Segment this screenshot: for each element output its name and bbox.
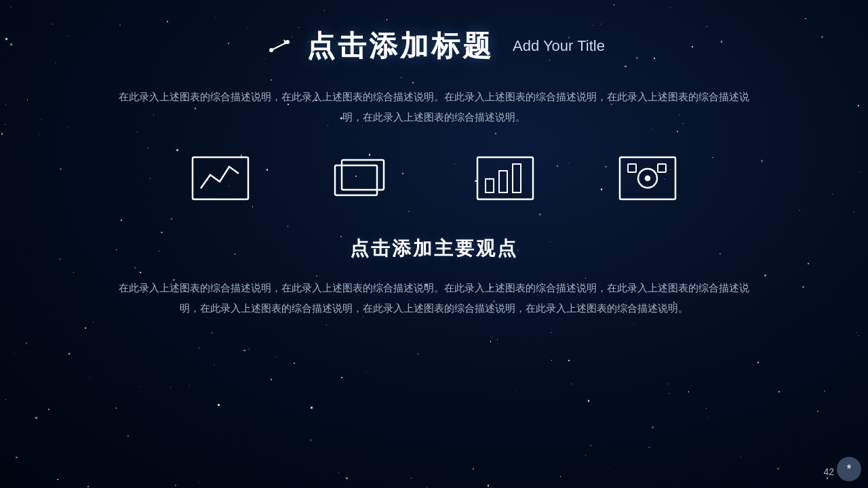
corner-button[interactable]: * (837, 457, 861, 481)
header-section: 点击添加标题 Add Your Title (263, 27, 605, 65)
svg-rect-15 (658, 164, 666, 172)
page-number: 42 (823, 466, 834, 477)
svg-rect-14 (628, 164, 636, 172)
svg-rect-4 (193, 157, 248, 199)
description-2: 在此录入上述图表的综合描述说明，在此录入上述图表的综合描述说明。在此录入上述图表… (115, 278, 753, 319)
bar-chart-icon[interactable] (475, 155, 536, 202)
svg-rect-10 (513, 164, 521, 192)
main-content: 点击添加标题 Add Your Title 在此录入上述图表的综合描述说明，在此… (0, 0, 868, 488)
chart-line-icon[interactable] (190, 155, 251, 202)
icons-row (190, 155, 678, 202)
svg-rect-8 (486, 179, 494, 192)
subtitle-en: Add Your Title (513, 37, 605, 55)
header-icon (263, 30, 296, 62)
dashboard-icon[interactable] (617, 155, 678, 202)
svg-rect-9 (499, 171, 507, 192)
main-title: 点击添加标题 (307, 27, 494, 65)
svg-point-13 (646, 176, 650, 180)
slides-icon[interactable] (332, 155, 393, 202)
secondary-title: 点击添加主要观点 (350, 236, 518, 262)
description-1: 在此录入上述图表的综合描述说明，在此录入上述图表的综合描述说明。在此录入上述图表… (115, 87, 753, 127)
